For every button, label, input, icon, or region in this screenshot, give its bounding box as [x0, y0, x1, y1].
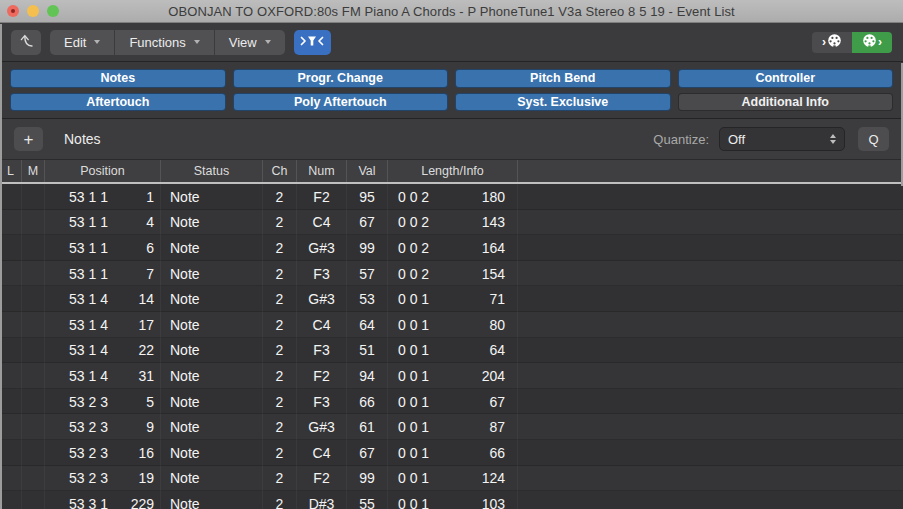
- event-row[interactable]: 53 2 39Note2G#3610 0 187: [0, 414, 903, 440]
- cell-velocity[interactable]: 94: [347, 363, 388, 389]
- cell-m[interactable]: [22, 363, 45, 389]
- cell-m[interactable]: [22, 286, 45, 312]
- filter-button-progr-change[interactable]: Progr. Change: [233, 69, 449, 88]
- cell-channel[interactable]: 2: [263, 414, 297, 440]
- cell-status[interactable]: Note: [161, 184, 263, 210]
- cell-status[interactable]: Note: [161, 338, 263, 364]
- functions-menu[interactable]: Functions: [115, 30, 214, 55]
- cell-note-number[interactable]: F3: [297, 389, 347, 415]
- cell-m[interactable]: [22, 389, 45, 415]
- cell-l[interactable]: [0, 491, 22, 509]
- cell-position[interactable]: 53 1 16: [45, 235, 161, 261]
- event-row[interactable]: 53 3 1229Note2D#3550 0 1103: [0, 491, 903, 509]
- cell-status[interactable]: Note: [161, 210, 263, 236]
- cell-velocity[interactable]: 57: [347, 261, 388, 287]
- cell-channel[interactable]: 2: [263, 184, 297, 210]
- add-event-button[interactable]: +: [14, 127, 43, 151]
- cell-m[interactable]: [22, 338, 45, 364]
- filter-button-notes[interactable]: Notes: [10, 69, 226, 88]
- cell-channel[interactable]: 2: [263, 338, 297, 364]
- cell-position[interactable]: 53 2 35: [45, 389, 161, 415]
- cell-velocity[interactable]: 99: [347, 466, 388, 492]
- cell-m[interactable]: [22, 440, 45, 466]
- cell-position[interactable]: 53 3 1229: [45, 491, 161, 509]
- cell-note-number[interactable]: C4: [297, 312, 347, 338]
- cell-position[interactable]: 53 2 316: [45, 440, 161, 466]
- cell-note-number[interactable]: F3: [297, 338, 347, 364]
- cell-note-number[interactable]: F2: [297, 184, 347, 210]
- cell-position[interactable]: 53 2 319: [45, 466, 161, 492]
- cell-l[interactable]: [0, 235, 22, 261]
- event-row[interactable]: 53 1 17Note2F3570 0 2154: [0, 261, 903, 287]
- event-row[interactable]: 53 1 14Note2C4670 0 2143: [0, 210, 903, 236]
- cell-channel[interactable]: 2: [263, 261, 297, 287]
- cell-length-info[interactable]: 0 0 187: [388, 414, 518, 440]
- cell-velocity[interactable]: 67: [347, 210, 388, 236]
- cell-position[interactable]: 53 1 414: [45, 286, 161, 312]
- cell-channel[interactable]: 2: [263, 210, 297, 236]
- cell-channel[interactable]: 2: [263, 466, 297, 492]
- cell-velocity[interactable]: 95: [347, 184, 388, 210]
- cell-velocity[interactable]: 53: [347, 286, 388, 312]
- cell-m[interactable]: [22, 184, 45, 210]
- cell-note-number[interactable]: F2: [297, 363, 347, 389]
- cell-note-number[interactable]: C4: [297, 440, 347, 466]
- event-row[interactable]: 53 2 319Note2F2990 0 1124: [0, 466, 903, 492]
- cell-velocity[interactable]: 64: [347, 312, 388, 338]
- event-row[interactable]: 53 1 11Note2F2950 0 2180: [0, 184, 903, 210]
- midi-out-button[interactable]: ›: [852, 32, 892, 53]
- cell-m[interactable]: [22, 491, 45, 509]
- go-up-hierarchy-button[interactable]: [11, 30, 41, 55]
- cell-m[interactable]: [22, 210, 45, 236]
- edit-menu[interactable]: Edit: [50, 30, 115, 55]
- cell-channel[interactable]: 2: [263, 389, 297, 415]
- cell-l[interactable]: [0, 312, 22, 338]
- cell-length-info[interactable]: 0 0 2164: [388, 235, 518, 261]
- cell-status[interactable]: Note: [161, 286, 263, 312]
- cell-channel[interactable]: 2: [263, 235, 297, 261]
- cell-channel[interactable]: 2: [263, 363, 297, 389]
- cell-velocity[interactable]: 67: [347, 440, 388, 466]
- event-row[interactable]: 53 1 417Note2C4640 0 180: [0, 312, 903, 338]
- cell-velocity[interactable]: 51: [347, 338, 388, 364]
- cell-length-info[interactable]: 0 0 171: [388, 286, 518, 312]
- cell-length-info[interactable]: 0 0 167: [388, 389, 518, 415]
- event-row[interactable]: 53 2 316Note2C4670 0 166: [0, 440, 903, 466]
- event-row[interactable]: 53 1 16Note2G#3990 0 2164: [0, 235, 903, 261]
- cell-status[interactable]: Note: [161, 363, 263, 389]
- cell-position[interactable]: 53 1 422: [45, 338, 161, 364]
- cell-length-info[interactable]: 0 0 1204: [388, 363, 518, 389]
- cell-note-number[interactable]: G#3: [297, 414, 347, 440]
- filter-button-syst-exclusive[interactable]: Syst. Exclusive: [455, 93, 671, 112]
- cell-m[interactable]: [22, 261, 45, 287]
- cell-note-number[interactable]: F2: [297, 466, 347, 492]
- quantize-select[interactable]: Off: [719, 127, 845, 151]
- cell-channel[interactable]: 2: [263, 440, 297, 466]
- cell-status[interactable]: Note: [161, 235, 263, 261]
- event-row[interactable]: 53 1 414Note2G#3530 0 171: [0, 286, 903, 312]
- event-filter-toggle-button[interactable]: [294, 30, 331, 55]
- event-row[interactable]: 53 1 422Note2F3510 0 164: [0, 338, 903, 364]
- cell-position[interactable]: 53 2 39: [45, 414, 161, 440]
- cell-m[interactable]: [22, 235, 45, 261]
- cell-l[interactable]: [0, 389, 22, 415]
- cell-position[interactable]: 53 1 11: [45, 184, 161, 210]
- cell-position[interactable]: 53 1 431: [45, 363, 161, 389]
- cell-length-info[interactable]: 0 0 180: [388, 312, 518, 338]
- cell-length-info[interactable]: 0 0 2154: [388, 261, 518, 287]
- cell-status[interactable]: Note: [161, 389, 263, 415]
- cell-length-info[interactable]: 0 0 2143: [388, 210, 518, 236]
- cell-status[interactable]: Note: [161, 261, 263, 287]
- cell-length-info[interactable]: 0 0 164: [388, 338, 518, 364]
- cell-length-info[interactable]: 0 0 166: [388, 440, 518, 466]
- minimize-button[interactable]: [27, 5, 39, 17]
- event-row[interactable]: 53 2 35Note2F3660 0 167: [0, 389, 903, 415]
- cell-note-number[interactable]: G#3: [297, 286, 347, 312]
- cell-velocity[interactable]: 61: [347, 414, 388, 440]
- cell-l[interactable]: [0, 261, 22, 287]
- midi-in-button[interactable]: ›: [812, 32, 852, 53]
- cell-velocity[interactable]: 99: [347, 235, 388, 261]
- filter-button-aftertouch[interactable]: Aftertouch: [10, 93, 226, 112]
- cell-channel[interactable]: 2: [263, 312, 297, 338]
- cell-l[interactable]: [0, 363, 22, 389]
